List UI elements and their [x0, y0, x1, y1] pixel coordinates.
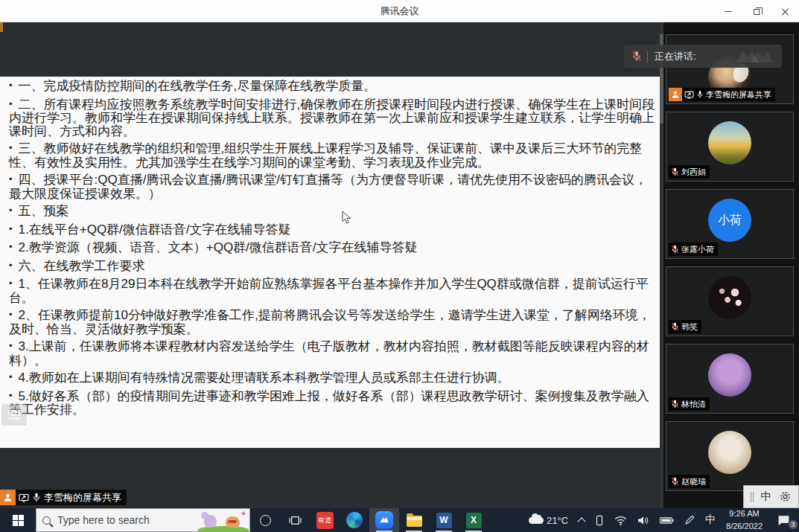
video-tile[interactable]: 刘西娟 [666, 112, 794, 182]
doc-line: 1、任课教师在8月29日本科在线教学开始前应熟练掌握各平台基本操作并加入学生QQ… [0, 278, 655, 304]
microphone-icon [32, 493, 41, 502]
ime-settings-gear-icon[interactable] [779, 490, 792, 503]
avatar: 小荷 [708, 199, 751, 242]
restore-icon [754, 9, 760, 15]
taskbar-app-edge[interactable] [340, 508, 369, 532]
host-icon [0, 490, 16, 505]
restore-button[interactable] [742, 0, 771, 22]
doc-line: 一、完成疫情防控期间的在线教学任务,尽量保障在线教学质量。 [0, 80, 655, 94]
video-tile[interactable]: 赵晓瑞 [666, 421, 794, 491]
temperature: 21°C [547, 515, 568, 526]
battery-button[interactable] [655, 508, 679, 532]
task-view-icon [289, 515, 302, 526]
avatar [708, 121, 751, 164]
youdao-icon: 有道 [316, 512, 334, 529]
screen-share-icon [19, 493, 29, 502]
weather-widget[interactable]: 21°C [523, 508, 573, 532]
tile-label: 张露小荷 [669, 243, 718, 256]
video-tile[interactable]: 林怡清 [666, 344, 794, 414]
participant-name: 林怡清 [681, 399, 706, 410]
muted-microphone-icon [671, 477, 679, 486]
meeting-logo-watermark [731, 48, 774, 68]
participant-name: 赵晓瑞 [681, 476, 706, 487]
pen-settings-button[interactable] [679, 508, 700, 532]
participant-name: 韩笑 [681, 321, 698, 333]
ime-drag-handle[interactable] [751, 492, 754, 502]
participant-name: 张露小荷 [681, 244, 714, 255]
tile-label: 李雪梅的屏幕共享 [669, 88, 775, 101]
taskbar-app-tencent-meeting[interactable] [369, 508, 399, 532]
taskbar-app-word[interactable]: W [429, 508, 459, 532]
sidebar-scrollbar[interactable] [660, 22, 663, 508]
close-button[interactable] [771, 0, 799, 22]
tray-overflow-button[interactable] [573, 508, 590, 532]
muted-microphone-icon [631, 51, 642, 62]
taskbar-clock[interactable]: 9:26 AM 8/26/2022 [721, 508, 768, 532]
search-icon [42, 516, 51, 525]
tencent-meeting-window: 腾讯会议 一、完成疫情防控期间的在线教学任务,尽量保障在线教学质量。 二、所有课… [0, 0, 799, 532]
ime-mode: 中 [705, 513, 716, 527]
action-center-button[interactable]: 3 [768, 508, 799, 532]
doc-line: 六、在线教学工作要求 [0, 260, 655, 274]
system-tray: 21°C 中 9:26 AM 8/26/2022 [523, 508, 799, 532]
presenter-share-label: 李雪梅的屏幕共享 [0, 490, 127, 505]
doc-line: 3.上课前，任课教师将本课程教材内容发送给学生（电子版教材，教材内容拍照，教材截… [0, 340, 655, 367]
wifi-button[interactable] [609, 508, 632, 532]
windows-logo-icon [13, 515, 24, 526]
annotation-list-icon [1, 404, 27, 426]
taskbar-app-youdao[interactable]: 有道 [310, 508, 340, 532]
chevron-up-icon [577, 517, 585, 525]
ime-mode-button[interactable]: 中 [761, 490, 772, 504]
ime-floating-toolbar: 中 [743, 485, 799, 508]
muted-microphone-icon [671, 167, 679, 176]
doc-line: 二、所有课程均应按照教务系统教学时间安排进行,确保教师在所授课程时间段内进行授课… [0, 98, 655, 138]
minimize-icon [725, 11, 732, 12]
window-controls [714, 0, 799, 22]
window-title: 腾讯会议 [381, 4, 419, 18]
battery-icon [660, 516, 674, 525]
minimize-button[interactable] [714, 0, 742, 22]
tile-label: 韩笑 [669, 320, 701, 333]
taskbar-search-input[interactable]: Type here to search [36, 508, 250, 532]
volume-button[interactable] [632, 508, 655, 532]
microphone-icon [696, 90, 704, 99]
muted-microphone-icon [671, 400, 679, 408]
wifi-icon [614, 516, 627, 525]
doc-line: 4.教师如在上课期间有特殊情况需要处理请联系本科教学管理人员或系部主任进行协调。 [0, 371, 655, 385]
doc-line: 四、授课平台:QQ直播/腾讯会议直播/腾讯课堂/钉钉直播等（为方便督导听课，请优… [0, 173, 655, 200]
shared-document: 一、完成疫情防控期间的在线教学任务,尽量保障在线教学质量。 二、所有课程均应按照… [0, 77, 660, 448]
phone-icon [595, 515, 604, 526]
notification-badge: 3 [788, 519, 798, 530]
cortana-icon [260, 515, 271, 526]
taskbar-app-file-explorer[interactable] [399, 508, 429, 532]
doc-line: 三、教师做好在线教学的组织和管理,组织学生开展线上课程学习及辅导、保证课前、课中… [0, 142, 655, 169]
host-icon [669, 88, 682, 101]
speaking-label: 正在讲话: [655, 50, 696, 63]
taskbar-app-excel[interactable]: X [459, 508, 488, 532]
participants-sidebar: 李雪梅的屏幕共享 刘西娟 小荷 张露小荷 [660, 22, 799, 508]
presenter-name: 李雪梅的屏幕共享 [44, 491, 121, 504]
word-icon: W [436, 513, 452, 528]
your-phone-button[interactable] [590, 508, 609, 532]
shared-screen-area: 一、完成疫情防控期间的在线教学任务,尽量保障在线教学质量。 二、所有课程均应按照… [0, 22, 660, 508]
avatar [708, 431, 751, 474]
tile-label: 刘西娟 [669, 165, 710, 179]
tile-label: 赵晓瑞 [669, 475, 710, 488]
video-tile[interactable]: 小荷 张露小荷 [666, 189, 794, 259]
start-button[interactable] [0, 508, 36, 532]
muted-microphone-icon [671, 322, 679, 331]
clock-date: 8/26/2022 [726, 522, 763, 531]
excel-icon: X [466, 513, 482, 528]
task-view-button[interactable] [280, 508, 310, 532]
file-explorer-icon [407, 516, 422, 527]
search-placeholder: Type here to search [57, 514, 150, 526]
video-tile[interactable]: 韩笑 [666, 266, 794, 336]
title-bar: 腾讯会议 [0, 0, 799, 22]
ime-indicator[interactable]: 中 [700, 508, 721, 532]
cortana-button[interactable] [250, 508, 280, 532]
divider [647, 51, 648, 63]
doc-line: 2.教学资源（视频、语音、文本）+QQ群/微信群语音/文字在线辅导答疑 [0, 241, 655, 255]
pen-icon [684, 515, 695, 525]
tile-label: 林怡清 [669, 397, 710, 411]
muted-microphone-icon [671, 245, 679, 254]
